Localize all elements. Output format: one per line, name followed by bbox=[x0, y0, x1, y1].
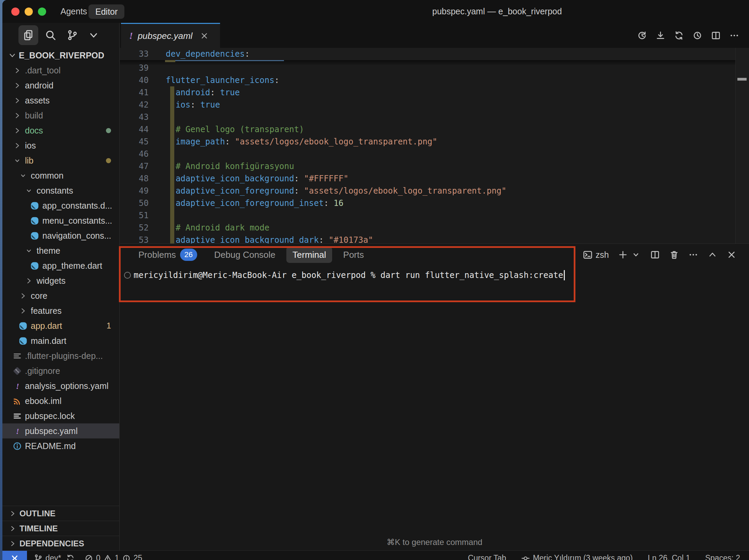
explorer-icon[interactable] bbox=[18, 25, 38, 45]
sidebar-item-app-constants-d[interactable]: app_constants.d... bbox=[2, 198, 119, 213]
more-panel-actions-icon[interactable] bbox=[688, 250, 698, 260]
line-number: 50 bbox=[120, 197, 149, 209]
sidebar-item-app-theme-dart[interactable]: app_theme.dart bbox=[2, 258, 119, 273]
cursor-position-item[interactable]: Ln 26, Col 1 bbox=[648, 554, 690, 560]
sidebar-item-main-dart[interactable]: main.dart bbox=[2, 333, 119, 348]
cursor-tab-toggle[interactable]: Cursor Tab bbox=[468, 554, 506, 560]
git-branch-item[interactable]: dev* bbox=[34, 554, 61, 560]
zoom-window-button[interactable] bbox=[38, 8, 46, 16]
sidebar-item-navigation-cons[interactable]: navigation_cons... bbox=[2, 228, 119, 243]
new-terminal-group[interactable] bbox=[618, 250, 641, 260]
item-label: app_constants.d... bbox=[42, 201, 112, 211]
sidebar-item-ios[interactable]: ios bbox=[2, 138, 119, 153]
sidebar-item-flutter-plugins-dep[interactable]: .flutter-plugins-dep... bbox=[2, 348, 119, 363]
sidebar-item-widgets[interactable]: widgets bbox=[2, 273, 119, 288]
timeline-clock-icon[interactable] bbox=[692, 30, 703, 41]
git-blame-item[interactable]: Meric Yıldırım (3 weeks ago) bbox=[521, 554, 632, 560]
panel-tab-debug-console[interactable]: Debug Console bbox=[208, 247, 282, 263]
code-line-46[interactable]: 46 bbox=[120, 148, 749, 160]
code-line-41[interactable]: 41 android: true bbox=[120, 86, 749, 99]
more-actions-icon[interactable] bbox=[729, 30, 739, 41]
dart-file-icon bbox=[29, 200, 40, 211]
code-line-48[interactable]: 48 adaptive_icon_background: "#FFFFFF" bbox=[120, 172, 749, 185]
sidebar-item-constants[interactable]: constants bbox=[2, 183, 119, 198]
dart-file-icon bbox=[29, 261, 40, 271]
code-editor[interactable]: 33 dev_dependencies: 3940flutter_launche… bbox=[120, 48, 749, 243]
panel-tab-ports[interactable]: Ports bbox=[337, 247, 370, 263]
download-icon[interactable] bbox=[655, 30, 666, 41]
sidebar-item-assets[interactable]: assets bbox=[2, 93, 119, 108]
close-tab-icon[interactable] bbox=[200, 31, 209, 40]
problems-summary[interactable]: 0 1 25 bbox=[84, 554, 142, 560]
sidebar-item-theme[interactable]: theme bbox=[2, 243, 119, 258]
sidebar-item-readme-md[interactable]: README.md bbox=[2, 438, 119, 453]
code-line-42[interactable]: 42 ios: true bbox=[120, 99, 749, 111]
branch-icon bbox=[34, 554, 43, 560]
sidebar-item-gitignore[interactable]: .gitignore bbox=[2, 363, 119, 378]
editor-scrollbar[interactable] bbox=[735, 48, 749, 243]
chevron-down-icon[interactable] bbox=[84, 25, 104, 45]
sidebar-section-dependencies[interactable]: DEPENDENCIES bbox=[2, 536, 119, 551]
sidebar-item-android[interactable]: android bbox=[2, 78, 119, 93]
sidebar-item-core[interactable]: core bbox=[2, 288, 119, 303]
sidebar-item-build[interactable]: build bbox=[2, 108, 119, 123]
editor-column: ! pubspec.yaml 33 dev_depen bbox=[120, 23, 749, 550]
code-line-50[interactable]: 50 adaptive_icon_foreground_inset: 16 bbox=[120, 197, 749, 209]
editor-mode-button[interactable]: Editor bbox=[88, 4, 124, 19]
code-line-49[interactable]: 49 adaptive_icon_foreground: "assets/log… bbox=[120, 185, 749, 197]
git-status-dot bbox=[106, 126, 111, 135]
code-line-39[interactable]: 39 bbox=[120, 62, 749, 74]
agents-nav-label[interactable]: Agents bbox=[60, 0, 87, 23]
sidebar-item-common[interactable]: common bbox=[2, 168, 119, 183]
sidebar-item-lib[interactable]: lib bbox=[2, 153, 119, 168]
sidebar-section-timeline[interactable]: TIMELINE bbox=[2, 521, 119, 536]
code-text: image_path: "assets/logos/ebook_logo_tra… bbox=[166, 136, 437, 148]
chevron-right-icon bbox=[12, 125, 22, 136]
maximize-panel-icon[interactable] bbox=[707, 250, 718, 260]
minimize-window-button[interactable] bbox=[25, 8, 33, 16]
close-panel-icon[interactable] bbox=[726, 250, 737, 260]
sidebar-item-analysis-options-yaml[interactable]: !analysis_options.yaml bbox=[2, 378, 119, 393]
sidebar-item-menu-constants[interactable]: menu_constants... bbox=[2, 213, 119, 228]
remote-indicator-button[interactable] bbox=[2, 551, 27, 560]
sidebar-item-docs[interactable]: docs bbox=[2, 123, 119, 138]
code-line-44[interactable]: 44 # Genel logo (transparent) bbox=[120, 123, 749, 136]
sync-changes-button[interactable] bbox=[66, 554, 75, 560]
sidebar-item-pubspec-yaml[interactable]: !pubspec.yaml bbox=[2, 423, 119, 438]
chevron-right-icon bbox=[12, 140, 22, 151]
panel-tab-problems[interactable]: Problems26 bbox=[132, 247, 203, 263]
sidebar-item-ebook-iml[interactable]: ebook.iml bbox=[2, 393, 119, 408]
code-line-40[interactable]: 40flutter_launcher_icons: bbox=[120, 74, 749, 86]
source-control-icon[interactable] bbox=[63, 25, 82, 45]
terminal-prompt-line[interactable]: mericyildirim@Meric-MacBook-Air e_book_r… bbox=[124, 268, 565, 282]
indentation-item[interactable]: Spaces: 2 bbox=[705, 554, 740, 560]
shell-indicator[interactable]: zsh bbox=[583, 250, 609, 260]
item-label: widgets bbox=[37, 276, 66, 286]
sync-icon[interactable] bbox=[674, 30, 684, 41]
code-line-51[interactable]: 51 bbox=[120, 209, 749, 222]
kill-terminal-icon[interactable] bbox=[669, 250, 679, 260]
search-icon[interactable] bbox=[41, 25, 60, 45]
code-line-53[interactable]: 53 adaptive_icon_background_dark: "#1017… bbox=[120, 234, 749, 243]
sidebar-item-app-dart[interactable]: app.dart1 bbox=[2, 318, 119, 333]
chevron-down-icon bbox=[18, 170, 28, 181]
item-label: core bbox=[31, 291, 47, 301]
scrollbar-thumb[interactable] bbox=[737, 78, 747, 81]
sidebar-item-dart-tool[interactable]: .dart_tool bbox=[2, 63, 119, 78]
code-line-45[interactable]: 45 image_path: "assets/logos/ebook_logo_… bbox=[120, 136, 749, 148]
code-line-52[interactable]: 52 # Android dark mode bbox=[120, 222, 749, 234]
item-label: .gitignore bbox=[25, 366, 60, 376]
split-editor-icon[interactable] bbox=[711, 30, 721, 41]
code-line-47[interactable]: 47 # Android konfigürasyonu bbox=[120, 160, 749, 172]
code-line-43[interactable]: 43 bbox=[120, 111, 749, 123]
history-icon[interactable] bbox=[637, 30, 647, 41]
sticky-scroll-line[interactable]: 33 dev_dependencies: bbox=[120, 48, 749, 60]
project-root-item[interactable]: E_BOOK_RIVERPOD bbox=[2, 48, 119, 63]
tab-pubspec-yaml[interactable]: ! pubspec.yaml bbox=[121, 23, 220, 48]
panel-tab-terminal[interactable]: Terminal bbox=[286, 247, 332, 263]
sidebar-item-pubspec-lock[interactable]: pubspec.lock bbox=[2, 408, 119, 423]
split-terminal-icon[interactable] bbox=[650, 250, 660, 260]
sidebar-section-outline[interactable]: OUTLINE bbox=[2, 506, 119, 521]
sidebar-item-features[interactable]: features bbox=[2, 303, 119, 318]
close-window-button[interactable] bbox=[11, 8, 19, 16]
